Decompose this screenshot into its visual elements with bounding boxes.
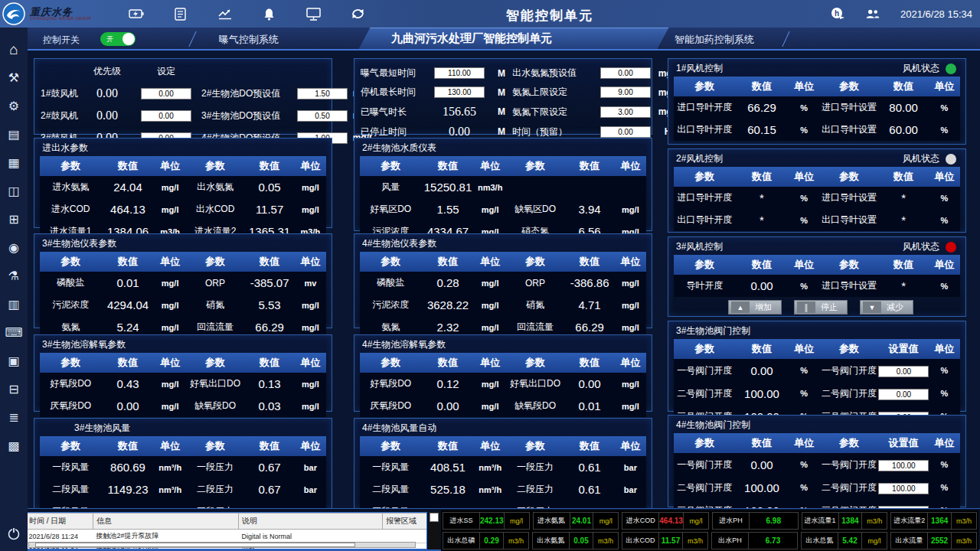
table-cell: mg/l (295, 176, 326, 198)
blower-station-icon[interactable]: ⚒ (0, 64, 28, 92)
biological-pool-icon[interactable]: ▥ (0, 290, 28, 318)
down-arrow-icon: ▼ (863, 302, 881, 313)
table-cell: mg/l (615, 272, 646, 294)
page-title: 智能控制单元 (506, 7, 593, 24)
effluent-nh3-preset-input[interactable] (600, 67, 651, 79)
column-header: 参数 (40, 436, 101, 456)
column-header: 参数 (820, 255, 879, 275)
panel-title: 4#生物池阀门控制 (668, 416, 965, 433)
table-cell: * (878, 275, 928, 297)
home-icon[interactable]: ⌂ (0, 35, 28, 64)
nh3-lower-limit-input[interactable] (600, 106, 651, 118)
column-header: 参数 (506, 252, 565, 272)
tab-dosing-control[interactable]: 智能加药控制系统 (675, 33, 754, 47)
trend-icon[interactable] (217, 6, 233, 21)
table-cell: 好氧区DO (360, 198, 421, 220)
table-cell: 15250.81 (421, 176, 474, 198)
column-header: 参数 (820, 433, 879, 453)
report-list-icon[interactable]: ≣ (0, 403, 28, 432)
table-cell: * (735, 209, 788, 231)
flow-meter-icon[interactable]: ◉ (0, 233, 28, 262)
document-icon[interactable] (173, 6, 188, 21)
table-cell: % (789, 275, 820, 297)
table-cell: * (735, 187, 788, 209)
table-cell: mg/l (615, 373, 646, 395)
set-column-header: 设定 (131, 65, 201, 78)
status-label: 出水PH (712, 533, 749, 549)
table-cell: mg/l (155, 294, 186, 316)
sync-icon[interactable] (351, 6, 366, 21)
monitor-icon[interactable] (306, 6, 322, 21)
do-preset-input[interactable] (297, 110, 348, 122)
aeration-grid-icon[interactable]: ▦ (0, 148, 28, 177)
blower-set-input[interactable] (141, 110, 191, 122)
param-table: 参数数值单位参数数值单位 磷酸盐0.28mg/lORP-386.86mg/l污泥… (360, 252, 646, 338)
set-value-input[interactable] (878, 460, 929, 471)
calculator-icon[interactable]: ⌨ (0, 318, 28, 347)
column-header: 单位 (295, 252, 326, 272)
column-header: 参数 (674, 433, 735, 453)
scroll-up-button[interactable] (430, 513, 439, 522)
column-header: 单位 (615, 353, 646, 373)
set-value-input[interactable] (878, 389, 929, 400)
log-horizontal-scrollbar[interactable] (28, 542, 416, 548)
table-cell: 0.01 (564, 395, 614, 417)
battery-icon[interactable] (129, 6, 144, 21)
lift-pump-icon[interactable]: ⚙ (0, 92, 28, 120)
input-cell (878, 359, 928, 382)
setting-label: 出水氨氮预设值 (512, 67, 596, 80)
sludge-tank-icon[interactable]: ▤ (0, 120, 28, 148)
table-cell: 0.43 (101, 373, 154, 395)
stop-button[interactable]: ║停止 (794, 300, 848, 315)
nh3-upper-limit-input[interactable] (600, 86, 651, 98)
status-unit: m3/h (952, 513, 976, 529)
param-table: 参数数值单位参数数值单位 好氧段DO0.43mg/l好氧出口DO0.13mg/l… (40, 353, 326, 417)
setting-label: 氨氮上限设定 (512, 86, 596, 99)
table-cell: 好氧段DO (40, 373, 101, 395)
increase-button[interactable]: ▲增加 (728, 300, 782, 315)
table-cell: 缺氧段DO (506, 395, 565, 417)
filter-unit-icon[interactable]: ⊞ (0, 205, 28, 233)
table-cell: 二号阀门开度 (674, 476, 735, 499)
bell-icon[interactable] (262, 6, 277, 21)
aerated-duration-value: 156.65 (428, 105, 491, 119)
table-row: 二号阀门开度100.00%二号阀门开度% (674, 382, 960, 405)
control-switch-label: 控制开关 (43, 34, 80, 47)
tab-plant-control-unit[interactable]: 九曲河污水处理厂智能控制单元 (391, 31, 552, 46)
monitor-screen-icon[interactable]: ▣ (0, 347, 28, 375)
set-value-input[interactable] (878, 366, 929, 377)
control-toggle[interactable]: 开 (100, 32, 136, 46)
max-stop-time-input[interactable] (434, 86, 485, 98)
help-icon[interactable]: h (830, 6, 845, 21)
vehicle-icon[interactable]: ⊟ (0, 375, 28, 403)
status-unit: m3/h (683, 533, 707, 549)
decrease-button[interactable]: ▼减少 (860, 300, 913, 315)
table-cell: 磷酸盐 (40, 272, 101, 294)
building-icon[interactable]: ▩ (0, 432, 28, 460)
do-preset-input[interactable] (297, 88, 348, 99)
table-cell: 好氧出口DO (186, 373, 245, 395)
table-cell: 66.29 (735, 96, 788, 119)
scrollbar-thumb[interactable] (35, 543, 355, 547)
table-cell: % (929, 96, 960, 119)
column-header: 说明 (239, 514, 383, 530)
users-icon[interactable] (865, 6, 880, 21)
input-cell (878, 382, 928, 405)
pool2-water-quality-panel: 2#生物池水质仪表 参数数值单位参数数值单位 风量15250.81nm3/h好氧… (354, 138, 652, 231)
factory-icon[interactable]: ◫ (0, 177, 28, 205)
dosing-unit-icon[interactable]: ⚗ (0, 262, 28, 290)
param-table: 参数数值单位参数数值单位 导叶开度0.00%进口导叶设置*% (674, 255, 960, 297)
aeration-min-time-input[interactable] (434, 67, 485, 79)
table-cell: % (929, 209, 960, 231)
power-icon[interactable] (7, 527, 21, 543)
sidebar: ⌂⚒⚙▤▦◫⊞◉⚗▥⌨▣⊟≣▩ (0, 28, 28, 551)
set-value-input[interactable] (878, 483, 929, 494)
table-cell: mg/l (295, 198, 326, 220)
reserved-time-input[interactable] (600, 126, 651, 138)
table-row: 进口导叶开度*%进口导叶设置*% (674, 187, 960, 209)
tab-aeration-control[interactable]: 曝气控制系统 (219, 33, 279, 47)
blower-set-input[interactable] (141, 88, 191, 99)
table-cell: bar (295, 456, 326, 478)
button-label: 减少 (887, 302, 903, 313)
column-header: 单位 (155, 252, 186, 272)
